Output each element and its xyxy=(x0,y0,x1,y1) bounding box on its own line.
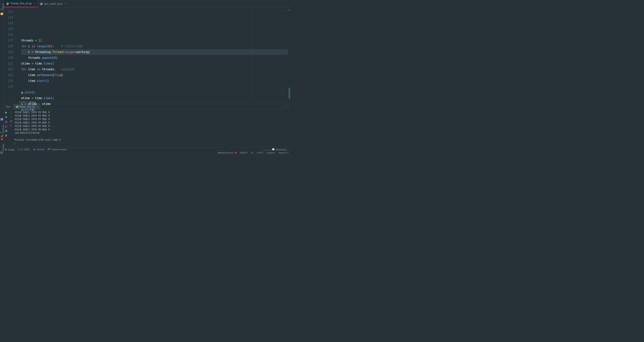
up-icon[interactable]: ↑ xyxy=(10,111,12,114)
python-icon xyxy=(16,105,18,108)
run-console-output[interactable]: 河北省 张家口 2020 09 剩余 0 河北省 张家口 2020 09 剩余 … xyxy=(13,110,290,147)
line-number: 112 xyxy=(4,9,13,14)
print-icon[interactable]: 🖶 xyxy=(5,129,8,132)
line-number-gutter: 1121131141151161171181191201211221231241… xyxy=(4,7,17,104)
bottom-tool-bar: ▶4: Run ☑6: TODO ▣Terminal PYPython Cons… xyxy=(4,147,290,152)
run-nav-col: ↑ ↓ ⇄ ⤓ xyxy=(8,110,13,147)
tool-windows-icon[interactable]: ▨ xyxy=(0,151,3,154)
inspection-ok-icon: ✓ xyxy=(288,8,290,12)
fold-end-icon: ⌃ xyxy=(18,34,20,36)
code-line[interactable]: print(s) xyxy=(21,107,290,112)
fold-toggle-icon[interactable]: ⌄ xyxy=(18,45,20,48)
todo-tool-button[interactable]: ☑6: TODO xyxy=(18,148,30,151)
line-number: 124 xyxy=(4,78,13,84)
pin-icon: 📌 xyxy=(0,135,4,138)
python-console-tool-button[interactable]: PYPython Console xyxy=(48,148,67,151)
line-number: 117 xyxy=(4,38,13,44)
code-line[interactable]: for i in range(10): # 开启10个线程 xyxy=(21,44,290,49)
interpreter-status[interactable]: Python 3.7 xyxy=(278,152,288,154)
code-line[interactable]: threads.append(t) xyxy=(21,55,290,61)
line-number: 118 xyxy=(4,44,13,49)
fold-toggle-icon[interactable]: ⌄ xyxy=(18,22,20,24)
line-number: 114 xyxy=(4,20,13,26)
code-line[interactable]: t = threading.Thread(target=working) xyxy=(21,49,290,55)
left-tool-sidebar: 1: Project 7: Structure 📌 ★ 2: Favorites xyxy=(0,0,4,154)
soft-wrap-icon[interactable]: ⇄ xyxy=(10,120,12,122)
python-icon xyxy=(40,2,43,5)
tab-filename: get_useful_ip.py xyxy=(44,2,62,5)
line-number: 121 xyxy=(4,61,13,66)
code-line[interactable] xyxy=(21,32,290,38)
tab-filename: Thread_Test_d1.py xyxy=(10,2,32,5)
delete-icon[interactable]: 🗑 xyxy=(5,134,8,137)
code-line[interactable]: threads = [] xyxy=(21,38,290,44)
line-number: 113 xyxy=(4,14,13,20)
layout-icon[interactable]: ▥ xyxy=(5,120,8,123)
todo-icon: ☑ xyxy=(18,148,20,151)
line-number: 120 xyxy=(4,55,13,61)
line-number: 115 xyxy=(4,26,13,32)
line-number: 123 xyxy=(4,72,13,78)
down-icon[interactable]: ↓ xyxy=(10,115,12,118)
close-icon[interactable]: × xyxy=(64,2,66,5)
encoding-status[interactable]: UTF-8 xyxy=(257,152,263,154)
code-line[interactable]: s = etime - stime xyxy=(21,101,290,107)
terminal-icon: ▣ xyxy=(33,148,35,151)
fold-column[interactable]: ⌄⌃⌄⌃ xyxy=(17,7,21,104)
code-line[interactable] xyxy=(21,84,290,90)
watermark-text: https://blog.csdn.net/MarcoleE xyxy=(263,149,288,151)
structure-icon xyxy=(0,118,3,120)
scroll-end-icon[interactable]: ⤓ xyxy=(10,124,12,127)
editor-tab[interactable]: get_useful_ip.py× xyxy=(38,0,68,7)
structure-tool-button[interactable]: 7: Structure xyxy=(0,122,4,135)
stop-icon[interactable]: ■ xyxy=(6,116,7,118)
code-line[interactable]: item.setDaemon(True) xyxy=(21,72,290,78)
code-line[interactable]: stime = time.time() xyxy=(21,61,290,66)
python-icon xyxy=(6,2,9,5)
rerun-icon[interactable]: ▶ xyxy=(5,111,7,114)
line-ending-status[interactable]: LF xyxy=(251,152,254,154)
star-icon: ★ xyxy=(1,138,3,141)
indent-status[interactable]: 4 spaces xyxy=(266,152,275,154)
py-console-icon: PY xyxy=(48,148,51,151)
run-panel-label: Run: xyxy=(4,106,13,108)
terminal-tool-button[interactable]: ▣Terminal xyxy=(33,148,44,151)
play-icon: ▶ xyxy=(6,148,7,151)
run-actions-col: ▶ ■ ▥ ◧ 🖶 🗑 xyxy=(4,110,8,147)
project-tool-button[interactable]: 1: Project xyxy=(0,0,4,12)
project-icon xyxy=(0,13,3,15)
theme-status[interactable]: Material Oceanic xyxy=(218,152,234,154)
editor-tab-bar: Thread_Test_d1.py×get_useful_ip.py× xyxy=(4,0,290,7)
cursor-position-status[interactable]: 39150:1 xyxy=(240,152,248,154)
fold-end-icon: ⌃ xyxy=(18,57,20,59)
code-editor[interactable]: threads = []for i in range(10): # 开启10个线… xyxy=(21,7,290,104)
theme-dot-icon xyxy=(235,152,237,154)
console-cursor xyxy=(14,142,15,145)
line-number: 122 xyxy=(4,66,13,72)
line-number: 125 xyxy=(4,84,13,90)
code-line[interactable]: q.join() xyxy=(21,90,290,95)
editor-tab[interactable]: Thread_Test_d1.py× xyxy=(4,0,38,7)
line-number: 119 xyxy=(4,49,13,55)
editor-area[interactable]: 1121131141151161171181191201211221231241… xyxy=(4,7,290,104)
code-line[interactable]: for item in threads: #启动线程 xyxy=(21,66,290,72)
line-number: 116 xyxy=(4,32,13,38)
status-bar: Material Oceanic 39150:1 LF UTF-8 4 spac… xyxy=(0,152,290,154)
code-line[interactable]: etime = time.time() xyxy=(21,95,290,101)
run-tool-button[interactable]: ▶4: Run xyxy=(6,148,14,151)
close-icon[interactable]: × xyxy=(34,2,35,5)
code-line[interactable]: item.start() xyxy=(21,78,290,84)
dump-icon[interactable]: ◧ xyxy=(5,125,8,128)
